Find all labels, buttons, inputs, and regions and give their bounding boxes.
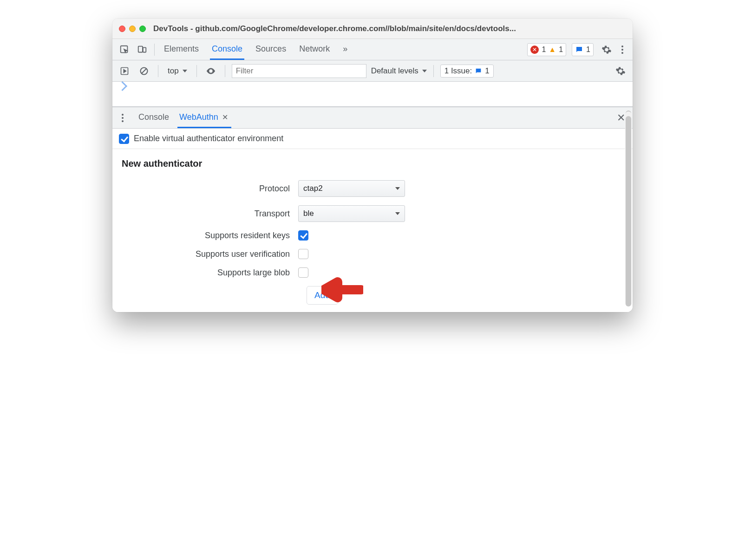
svg-rect-1: [138, 46, 143, 52]
inspect-element-icon[interactable]: [117, 42, 132, 57]
console-settings-gear-icon[interactable]: [613, 64, 628, 78]
tab-sources[interactable]: Sources: [254, 39, 288, 60]
titlebar: DevTools - github.com/GoogleChrome/devel…: [112, 19, 633, 39]
drawer-more-icon[interactable]: [117, 111, 128, 125]
error-icon: ✕: [530, 46, 539, 54]
svg-rect-2: [143, 47, 146, 52]
minimize-window-button[interactable]: [129, 26, 136, 32]
execution-play-icon[interactable]: [117, 64, 132, 78]
enable-virtual-auth-label: Enable virtual authenticator environment: [134, 134, 283, 143]
large-blob-label: Supports large blob: [122, 268, 298, 278]
resident-keys-checkbox[interactable]: [298, 230, 308, 241]
device-toggle-icon[interactable]: [135, 42, 150, 57]
svg-point-10: [122, 117, 124, 119]
drawer-tab-console[interactable]: Console: [137, 107, 171, 128]
tab-console[interactable]: Console: [210, 39, 244, 60]
console-filter-bar: top Default levels 1 Issue: 1: [112, 60, 633, 82]
issues-counter[interactable]: 1 Issue: 1: [440, 65, 494, 78]
settings-gear-icon[interactable]: [599, 42, 614, 57]
scrollbar-track[interactable]: [625, 111, 632, 306]
message-icon: [575, 46, 583, 54]
resident-keys-label: Supports resident keys: [122, 231, 298, 241]
drawer-tabs: Console WebAuthn ✕ ✕: [112, 107, 633, 129]
protocol-label: Protocol: [122, 184, 298, 194]
svg-point-9: [122, 114, 124, 116]
close-tab-icon[interactable]: ✕: [221, 113, 229, 121]
clear-console-icon[interactable]: [137, 64, 151, 78]
svg-point-4: [621, 49, 623, 51]
protocol-select[interactable]: ctap2: [298, 180, 405, 197]
window-title: DevTools - github.com/GoogleChrome/devel…: [153, 24, 626, 33]
transport-select[interactable]: ble: [298, 205, 405, 222]
context-selector[interactable]: top: [165, 65, 190, 77]
log-levels-dropdown[interactable]: Default levels: [371, 66, 427, 76]
scrollbar-thumb[interactable]: [626, 116, 631, 306]
transport-label: Transport: [122, 209, 298, 219]
panel-tabs: Elements Console Sources Network »: [162, 39, 349, 60]
user-verification-checkbox[interactable]: [298, 249, 308, 259]
live-expression-eye-icon[interactable]: [203, 64, 218, 78]
warning-icon: ▲: [549, 46, 556, 54]
svg-point-11: [122, 120, 124, 122]
new-authenticator-form: New authenticator Protocol ctap2 Transpo…: [112, 149, 633, 312]
more-menu-icon[interactable]: [617, 42, 628, 57]
drawer-tab-webauthn[interactable]: WebAuthn ✕: [177, 107, 231, 128]
tab-network[interactable]: Network: [297, 39, 332, 60]
devtools-window: DevTools - github.com/GoogleChrome/devel…: [112, 19, 633, 312]
chevron-down-icon: [395, 187, 400, 190]
add-button[interactable]: Add: [307, 286, 338, 305]
svg-rect-12: [338, 285, 361, 294]
enable-virtual-auth-checkbox[interactable]: [119, 134, 129, 144]
svg-point-5: [621, 52, 623, 54]
svg-line-8: [142, 69, 146, 73]
chevron-down-icon: [395, 212, 400, 215]
more-tabs-button[interactable]: »: [341, 39, 349, 60]
close-window-button[interactable]: [119, 26, 125, 32]
console-output-area: [112, 82, 633, 107]
traffic-lights: [119, 26, 146, 32]
form-title: New authenticator: [122, 158, 623, 169]
issues-badge[interactable]: 1: [572, 43, 594, 56]
enable-virtual-auth-row: Enable virtual authenticator environment: [112, 129, 633, 149]
error-warning-badge[interactable]: ✕ 1 ▲ 1: [527, 43, 566, 56]
user-verification-label: Supports user verification: [122, 249, 298, 259]
large-blob-checkbox[interactable]: [298, 267, 308, 278]
message-icon: [475, 67, 482, 75]
tab-elements[interactable]: Elements: [162, 39, 201, 60]
svg-point-3: [621, 46, 623, 47]
main-toolbar: Elements Console Sources Network » ✕ 1 ▲…: [112, 39, 633, 60]
zoom-window-button[interactable]: [139, 26, 146, 32]
filter-input[interactable]: [232, 64, 366, 78]
